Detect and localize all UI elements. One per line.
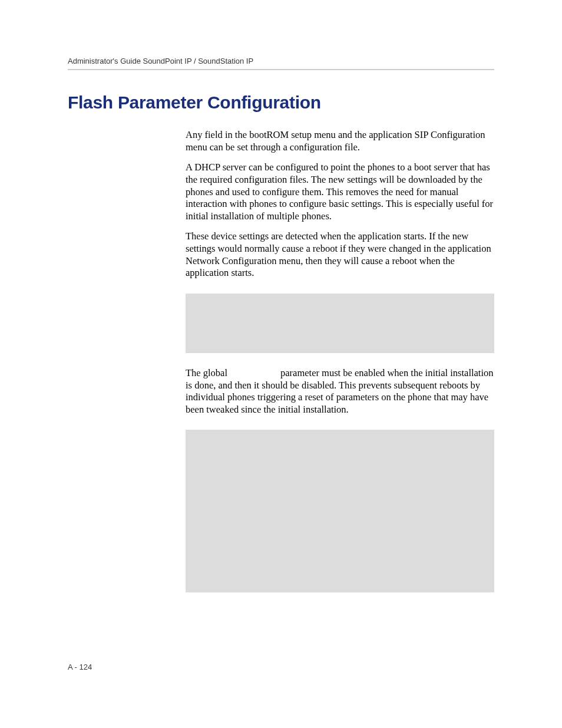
placeholder-block-2 [186, 430, 494, 592]
paragraph-4-part-b: parameter must be enabled when the initi… [186, 367, 494, 415]
header-divider [68, 69, 494, 70]
paragraph-4: The globalparameter must be enabled when… [186, 367, 494, 416]
paragraph-4-part-a: The global [186, 367, 227, 378]
section-title: Flash Parameter Configuration [68, 93, 494, 113]
body-content: Any field in the bootROM setup menu and … [68, 129, 494, 592]
paragraph-3: These device settings are detected when … [186, 230, 494, 279]
paragraph-2: A DHCP server can be configured to point… [186, 162, 494, 222]
running-header: Administrator's Guide SoundPoint IP / So… [68, 57, 494, 65]
paragraph-1: Any field in the bootROM setup menu and … [186, 129, 494, 153]
placeholder-block-1 [186, 294, 494, 353]
page-number: A - 124 [68, 663, 92, 671]
